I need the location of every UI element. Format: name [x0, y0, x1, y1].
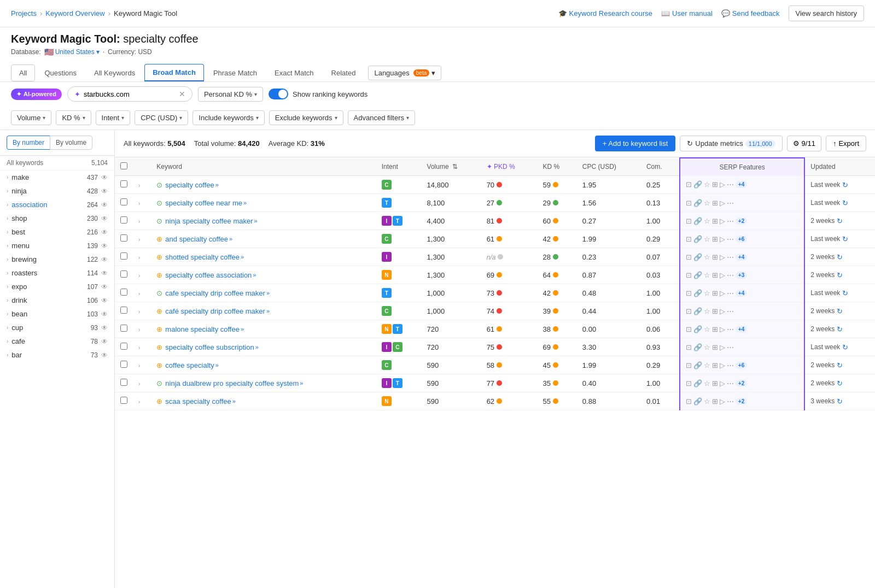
keyword-link[interactable]: ninja dualbrew pro specialty coffee syst…: [165, 379, 299, 387]
refresh-icon[interactable]: ↻: [837, 217, 843, 225]
ai-domain-input[interactable]: [84, 90, 176, 98]
row-expand-icon[interactable]: ›: [138, 327, 140, 333]
serp-image-icon[interactable]: ⊞: [712, 379, 718, 387]
sidebar-item-association[interactable]: › association 264 👁: [0, 198, 114, 211]
row-checkbox[interactable]: [120, 325, 127, 332]
export-button[interactable]: ↑ Export: [826, 136, 866, 151]
sidebar-item-drink[interactable]: › drink 106 👁: [0, 293, 114, 307]
row-checkbox[interactable]: [120, 379, 127, 386]
serp-link-icon[interactable]: 🔗: [693, 397, 702, 405]
breadcrumb-projects[interactable]: Projects: [11, 9, 37, 17]
serp-star-icon[interactable]: ☆: [704, 343, 710, 351]
row-expand-icon[interactable]: ›: [138, 345, 140, 351]
serp-star-icon[interactable]: ☆: [704, 271, 710, 279]
serp-video-icon[interactable]: ▷: [720, 397, 725, 405]
serp-link-icon[interactable]: 🔗: [693, 217, 702, 225]
serp-map-icon[interactable]: ⊡: [686, 271, 692, 279]
serp-image-icon[interactable]: ⊞: [712, 271, 718, 279]
serp-link-icon[interactable]: 🔗: [693, 289, 702, 297]
row-expand-icon[interactable]: ›: [138, 291, 140, 297]
serp-link-icon[interactable]: 🔗: [693, 379, 702, 387]
refresh-icon[interactable]: ↻: [842, 343, 848, 351]
keyword-link[interactable]: and specialty coffee: [165, 235, 228, 243]
row-expand-icon[interactable]: ›: [138, 363, 140, 369]
serp-link-icon[interactable]: 🔗: [693, 180, 702, 189]
serp-star-icon[interactable]: ☆: [704, 397, 710, 405]
database-country-link[interactable]: 🇺🇸 United States ▾: [44, 48, 100, 56]
keyword-link[interactable]: coffee specialty: [165, 361, 214, 369]
eye-icon[interactable]: 👁: [101, 324, 108, 332]
serp-map-icon[interactable]: ⊡: [686, 253, 692, 261]
serp-image-icon[interactable]: ⊞: [712, 253, 718, 261]
row-expand-icon[interactable]: ›: [138, 273, 140, 279]
row-expand-icon[interactable]: ›: [138, 183, 140, 189]
tab-questions[interactable]: Questions: [36, 64, 85, 81]
keyword-link[interactable]: specialty coffee: [165, 181, 214, 189]
eye-icon[interactable]: 👁: [101, 215, 108, 222]
serp-more-icon[interactable]: ⋯: [727, 307, 734, 315]
refresh-icon[interactable]: ↻: [837, 397, 843, 405]
serp-link-icon[interactable]: 🔗: [693, 307, 702, 315]
serp-more-icon[interactable]: ⋯: [727, 271, 734, 279]
sidebar-item-ninja[interactable]: › ninja 428 👁: [0, 184, 114, 198]
by-number-button[interactable]: By number: [7, 136, 50, 150]
row-checkbox[interactable]: [120, 361, 127, 368]
serp-more-icon[interactable]: ⋯: [727, 343, 734, 351]
row-expand-icon[interactable]: ›: [138, 399, 140, 405]
advanced-filters[interactable]: Advanced filters ▾: [348, 110, 416, 125]
serp-link-icon[interactable]: 🔗: [693, 343, 702, 351]
refresh-icon[interactable]: ↻: [837, 325, 843, 333]
refresh-icon[interactable]: ↻: [837, 271, 843, 279]
serp-image-icon[interactable]: ⊞: [712, 180, 718, 189]
row-expand-icon[interactable]: ›: [138, 219, 140, 225]
keyword-link[interactable]: specialty coffee association: [165, 271, 252, 279]
serp-link-icon[interactable]: 🔗: [693, 253, 702, 261]
refresh-icon[interactable]: ↻: [842, 181, 848, 189]
eye-icon[interactable]: 👁: [101, 283, 108, 291]
row-checkbox[interactable]: [120, 198, 127, 205]
tab-languages[interactable]: Languages beta ▾: [368, 66, 441, 80]
serp-star-icon[interactable]: ☆: [704, 253, 710, 261]
serp-video-icon[interactable]: ▷: [720, 361, 725, 369]
refresh-icon[interactable]: ↻: [842, 289, 848, 297]
serp-map-icon[interactable]: ⊡: [686, 307, 692, 315]
refresh-icon[interactable]: ↻: [837, 253, 843, 261]
exclude-keywords-filter[interactable]: Exclude keywords ▾: [269, 110, 343, 125]
keyword-link[interactable]: ninja specialty coffee maker: [165, 217, 253, 225]
serp-map-icon[interactable]: ⊡: [686, 180, 692, 189]
kd-percent-select[interactable]: Personal KD % ▾: [198, 87, 263, 102]
serp-image-icon[interactable]: ⊞: [712, 217, 718, 225]
keyword-link[interactable]: cafe specialty drip coffee maker: [165, 289, 265, 297]
sidebar-item-roasters[interactable]: › roasters 114 👁: [0, 266, 114, 280]
serp-map-icon[interactable]: ⊡: [686, 217, 692, 225]
serp-video-icon[interactable]: ▷: [720, 199, 725, 207]
serp-map-icon[interactable]: ⊡: [686, 397, 692, 405]
clear-input-button[interactable]: ✕: [179, 90, 185, 98]
keyword-link[interactable]: café specialty drip coffee maker: [165, 307, 265, 315]
eye-icon[interactable]: 👁: [101, 187, 108, 195]
eye-icon[interactable]: 👁: [101, 174, 108, 181]
by-volume-button[interactable]: By volume: [50, 136, 92, 150]
serp-map-icon[interactable]: ⊡: [686, 379, 692, 387]
serp-image-icon[interactable]: ⊞: [712, 361, 718, 369]
serp-map-icon[interactable]: ⊡: [686, 199, 692, 207]
serp-star-icon[interactable]: ☆: [704, 307, 710, 315]
serp-map-icon[interactable]: ⊡: [686, 361, 692, 369]
serp-more-icon[interactable]: ⋯: [727, 199, 734, 207]
serp-image-icon[interactable]: ⊞: [712, 307, 718, 315]
sidebar-item-bean[interactable]: › bean 103 👁: [0, 307, 114, 321]
include-keywords-filter[interactable]: Include keywords ▾: [192, 110, 264, 125]
refresh-icon[interactable]: ↻: [837, 361, 843, 369]
eye-icon[interactable]: 👁: [101, 338, 108, 345]
serp-image-icon[interactable]: ⊞: [712, 397, 718, 405]
cpc-filter[interactable]: CPC (USD) ▾: [135, 110, 188, 125]
serp-link-icon[interactable]: 🔗: [693, 235, 702, 243]
eye-icon[interactable]: 👁: [101, 269, 108, 277]
serp-star-icon[interactable]: ☆: [704, 199, 710, 207]
serp-more-icon[interactable]: ⋯: [727, 379, 734, 387]
serp-video-icon[interactable]: ▷: [720, 271, 725, 279]
sidebar-item-make[interactable]: › make 437 👁: [0, 170, 114, 184]
sidebar-item-menu[interactable]: › menu 139 👁: [0, 239, 114, 252]
serp-image-icon[interactable]: ⊞: [712, 343, 718, 351]
keyword-research-course-link[interactable]: 🎓 Keyword Research course: [558, 9, 652, 17]
